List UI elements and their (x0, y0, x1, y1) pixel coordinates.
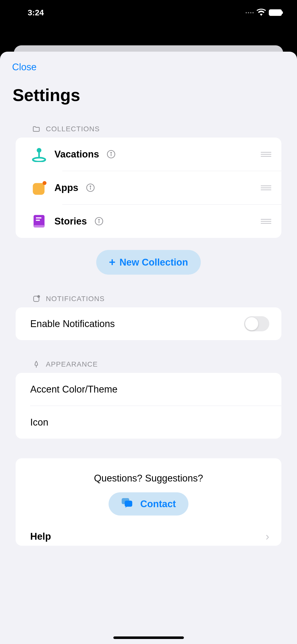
svg-point-5 (43, 181, 47, 185)
accent-color-row[interactable]: Accent Color/Theme (16, 373, 281, 406)
svg-rect-4 (33, 183, 45, 195)
appearance-section-header: APPEARANCE (32, 360, 297, 368)
svg-rect-17 (125, 501, 132, 507)
enable-notifications-row[interactable]: Enable Notifications (16, 307, 281, 340)
app-icon (31, 180, 47, 196)
battery-icon (269, 9, 282, 16)
enable-notifications-label: Enable Notifications (30, 318, 115, 329)
notifications-section-header: NOTIFICATIONS (32, 295, 297, 303)
collection-label: Vacations (54, 149, 99, 160)
svg-point-1 (33, 158, 45, 162)
loading-dots-icon (246, 12, 254, 13)
pin-icon (31, 146, 47, 162)
chat-icon (121, 498, 133, 510)
folder-icon (32, 125, 40, 133)
chevron-right-icon: › (266, 530, 269, 543)
appearance-card: Accent Color/Theme Icon (16, 373, 281, 439)
toggle-knob (245, 317, 258, 330)
icon-row-label: Icon (30, 417, 48, 428)
new-collection-label: New Collection (119, 257, 188, 268)
feedback-card: Questions? Suggestions? Contact Help › (16, 458, 281, 546)
accent-color-label: Accent Color/Theme (30, 384, 117, 395)
notification-icon (32, 295, 40, 303)
status-time: 3:24 (28, 8, 44, 17)
info-icon[interactable] (107, 150, 116, 159)
plus-icon: + (109, 257, 115, 268)
notifications-toggle[interactable] (244, 316, 269, 331)
svg-rect-10 (36, 220, 40, 221)
svg-point-13 (98, 219, 99, 220)
contact-button[interactable]: Contact (109, 492, 188, 516)
info-icon[interactable] (86, 183, 95, 192)
svg-rect-9 (36, 217, 42, 219)
pin-badge-icon (32, 360, 40, 368)
new-collection-button[interactable]: + New Collection (96, 250, 201, 275)
help-label: Help (30, 531, 51, 542)
feedback-prompt: Questions? Suggestions? (16, 473, 281, 484)
status-bar: 3:24 (0, 0, 297, 25)
drag-handle-icon[interactable] (261, 151, 271, 157)
appearance-header-label: APPEARANCE (46, 360, 98, 368)
svg-point-15 (38, 296, 40, 298)
contact-label: Contact (140, 499, 176, 509)
collection-label: Apps (54, 182, 78, 193)
collection-row-apps[interactable]: Apps (16, 171, 281, 204)
notifications-header-label: NOTIFICATIONS (46, 295, 105, 303)
drag-handle-icon[interactable] (261, 185, 271, 191)
status-indicators (246, 9, 282, 17)
collections-header-label: COLLECTIONS (46, 125, 100, 133)
page-title: Settings (13, 85, 297, 105)
close-button[interactable]: Close (12, 62, 37, 73)
info-icon[interactable] (94, 217, 104, 226)
drag-handle-icon[interactable] (261, 218, 271, 224)
collection-label: Stories (54, 216, 87, 227)
icon-row[interactable]: Icon (16, 406, 281, 439)
collections-section-header: COLLECTIONS (32, 125, 297, 133)
book-icon (31, 213, 47, 229)
help-row[interactable]: Help › (16, 516, 281, 546)
svg-rect-11 (34, 225, 44, 228)
collections-card: Vacations Apps Stori (16, 138, 281, 238)
collection-row-stories[interactable]: Stories (16, 205, 281, 238)
wifi-icon (257, 9, 266, 17)
svg-point-3 (111, 152, 112, 153)
collection-row-vacations[interactable]: Vacations (16, 138, 281, 171)
home-indicator[interactable] (113, 636, 184, 639)
settings-sheet: Close Settings COLLECTIONS Vacations A (0, 52, 297, 644)
notifications-card: Enable Notifications (16, 307, 281, 340)
svg-point-7 (90, 186, 91, 187)
